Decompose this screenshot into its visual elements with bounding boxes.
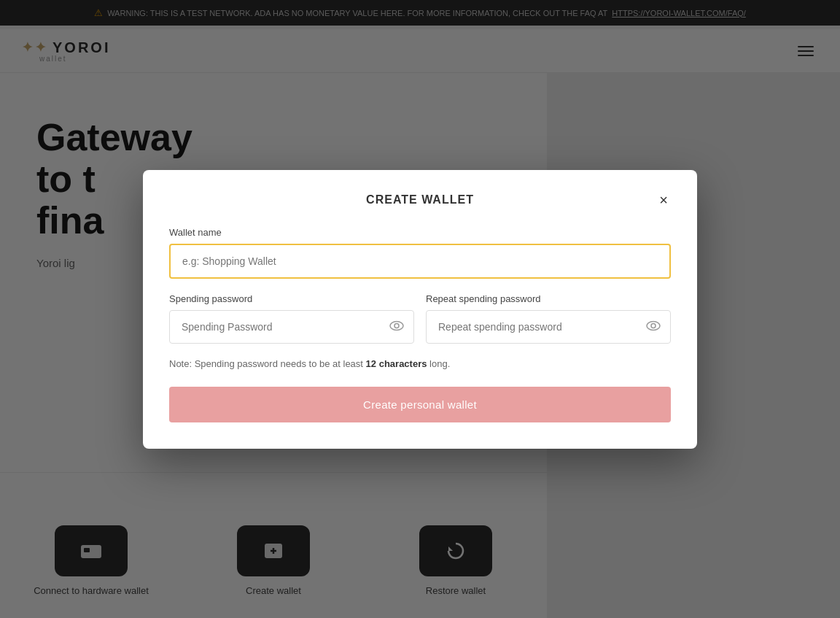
eye-icon: [389, 320, 404, 331]
modal-title: CREATE WALLET: [366, 193, 474, 206]
create-personal-wallet-button[interactable]: Create personal wallet: [169, 387, 671, 422]
eye-icon-repeat: [646, 320, 661, 331]
wallet-name-label: Wallet name: [169, 227, 671, 238]
create-wallet-modal: CREATE WALLET × Wallet name Spending pas…: [143, 170, 697, 449]
note-suffix: long.: [429, 358, 450, 369]
repeat-password-col: Repeat spending password: [426, 293, 671, 344]
spending-password-input[interactable]: [169, 310, 414, 344]
modal-overlay: CREATE WALLET × Wallet name Spending pas…: [0, 0, 840, 618]
spending-password-col: Spending password: [169, 293, 414, 344]
repeat-password-toggle[interactable]: [646, 319, 661, 334]
svg-point-6: [390, 321, 403, 330]
svg-point-7: [394, 323, 399, 328]
password-row: Spending password Repeat spending passwo…: [169, 293, 671, 344]
modal-header: CREATE WALLET ×: [169, 193, 671, 206]
svg-point-8: [647, 321, 660, 330]
svg-point-9: [651, 323, 656, 328]
spending-password-toggle[interactable]: [389, 319, 404, 334]
note-highlight: 12 characters: [366, 358, 427, 369]
modal-close-button[interactable]: ×: [656, 190, 671, 210]
wallet-name-group: Wallet name: [169, 227, 671, 279]
note-prefix: Note: Spending password needs to be at l…: [169, 358, 363, 369]
spending-password-wrapper: [169, 310, 414, 344]
password-note: Note: Spending password needs to be at l…: [169, 358, 671, 369]
spending-password-label: Spending password: [169, 293, 414, 304]
repeat-password-input[interactable]: [426, 310, 671, 344]
repeat-password-wrapper: [426, 310, 671, 344]
wallet-name-input[interactable]: [169, 244, 671, 279]
repeat-password-label: Repeat spending password: [426, 293, 671, 304]
